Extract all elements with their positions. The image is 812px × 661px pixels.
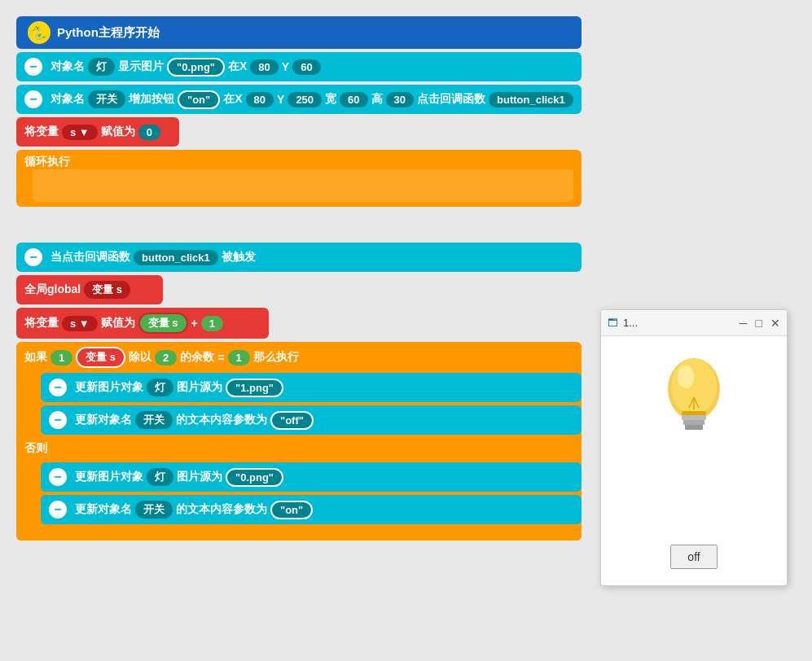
python-header: 🐍 Python主程序开始 <box>16 16 582 49</box>
width-val: 60 <box>340 92 367 107</box>
svg-point-2 <box>678 366 694 388</box>
block-if: 如果 1 变量 s 除以 2 的余数 = 1 那么执行 − 更新图片对象 灯 图… <box>16 342 582 541</box>
block-update-text-on: − 更新对象名 开关 的文本内容参数为 "on" <box>41 495 582 524</box>
num-2a: 2 <box>155 350 177 366</box>
y-val-1: 60 <box>292 59 320 75</box>
minus-icon-4[interactable]: − <box>49 379 67 396</box>
str-0png-2: "0.png" <box>226 468 283 487</box>
off-button[interactable]: off <box>670 545 717 569</box>
close-icon[interactable]: ✕ <box>770 317 780 330</box>
maximize-icon[interactable]: □ <box>756 317 762 330</box>
var-s-global: 变量 s <box>84 281 130 299</box>
window-titlebar: 🗔 1... ─ □ ✕ <box>601 310 787 336</box>
obj-light-2: 灯 <box>147 379 173 396</box>
window-controls: ─ □ ✕ <box>740 317 780 330</box>
section-gap-2 <box>16 226 582 243</box>
block-assign-s-plus1: 将变量 s ▼ 赋值为 变量 s + 1 <box>16 308 269 339</box>
num-1b: 1 <box>228 350 250 366</box>
minus-icon-1[interactable]: − <box>24 58 42 76</box>
section-gap <box>16 210 582 226</box>
var-s-2: s ▼ <box>62 316 98 331</box>
svg-rect-5 <box>683 420 704 425</box>
block-global: 全局global 变量 s <box>16 275 163 304</box>
x-val-2: 80 <box>246 92 274 107</box>
obj-light-3: 灯 <box>147 468 173 486</box>
window-title: 1... <box>623 317 638 329</box>
canvas: 🐍 Python主程序开始 − 对象名 灯 显示图片 "0.png" 在X 80… <box>0 0 812 661</box>
minus-icon-3[interactable]: − <box>24 248 42 266</box>
app-window: 🗔 1... ─ □ ✕ <box>600 309 788 586</box>
str-on: "on" <box>178 90 220 109</box>
header-title: Python主程序开始 <box>57 25 160 41</box>
window-body: off <box>601 336 787 585</box>
bulb-svg <box>653 352 735 450</box>
svg-rect-4 <box>682 415 706 420</box>
str-on-2: "on" <box>270 501 313 519</box>
val-0: 0 <box>138 125 160 140</box>
block-area: 🐍 Python主程序开始 − 对象名 灯 显示图片 "0.png" 在X 80… <box>16 16 582 544</box>
svg-rect-6 <box>685 425 703 430</box>
block-update-img-1: − 更新图片对象 灯 图片源为 "1.png" <box>41 373 582 402</box>
obj-switch-2: 开关 <box>135 411 173 429</box>
bulb-image <box>653 352 735 450</box>
var-s-3: 变量 s <box>76 347 125 368</box>
block-add-button: − 对象名 开关 增加按钮 "on" 在X 80 Y 250 宽 60 高 30… <box>16 85 582 114</box>
str-off: "off" <box>270 411 314 430</box>
minus-icon-2[interactable]: − <box>24 90 42 108</box>
x-val-1: 80 <box>250 59 278 75</box>
svg-rect-3 <box>682 411 706 415</box>
callback-val-1: button_click1 <box>489 92 573 107</box>
block-callback-header: − 当点击回调函数 button_click1 被触发 <box>16 243 582 272</box>
height-val: 30 <box>386 92 414 107</box>
obj-light: 灯 <box>88 58 115 76</box>
y-val-2: 250 <box>287 92 322 107</box>
minus-icon-5[interactable]: − <box>49 411 67 429</box>
block-show-image: − 对象名 灯 显示图片 "0.png" 在X 80 Y 60 <box>16 52 582 81</box>
str-0png: "0.png" <box>167 58 225 77</box>
window-icon: 🗔 <box>608 317 618 329</box>
obj-switch-3: 开关 <box>135 501 173 519</box>
window-title-left: 🗔 1... <box>608 317 638 329</box>
var-s-1: s ▼ <box>62 125 98 140</box>
loop-body <box>33 169 573 202</box>
block-loop: 循环执行 <box>16 150 582 207</box>
else-block: 否则 <box>16 438 582 459</box>
str-1png: "1.png" <box>226 379 283 397</box>
obj-switch-1: 开关 <box>88 90 125 108</box>
val-1: 1 <box>201 316 223 331</box>
minus-icon-7[interactable]: − <box>49 501 67 519</box>
var-s-val: 变量 s <box>138 313 188 334</box>
python-logo-icon: 🐍 <box>28 21 50 44</box>
minus-icon-6[interactable]: − <box>49 468 67 486</box>
block-assign-s-0: 将变量 s ▼ 赋值为 0 <box>16 117 179 147</box>
callback-val-2: button_click1 <box>134 250 218 265</box>
if-header: 如果 1 变量 s 除以 2 的余数 = 1 那么执行 <box>16 342 582 373</box>
minimize-icon[interactable]: ─ <box>740 317 748 330</box>
num-1a: 1 <box>50 350 72 366</box>
block-update-text-off: − 更新对象名 开关 的文本内容参数为 "off" <box>41 405 582 435</box>
block-update-img-0: − 更新图片对象 灯 图片源为 "0.png" <box>41 462 582 492</box>
if-block-bottom <box>16 527 582 541</box>
